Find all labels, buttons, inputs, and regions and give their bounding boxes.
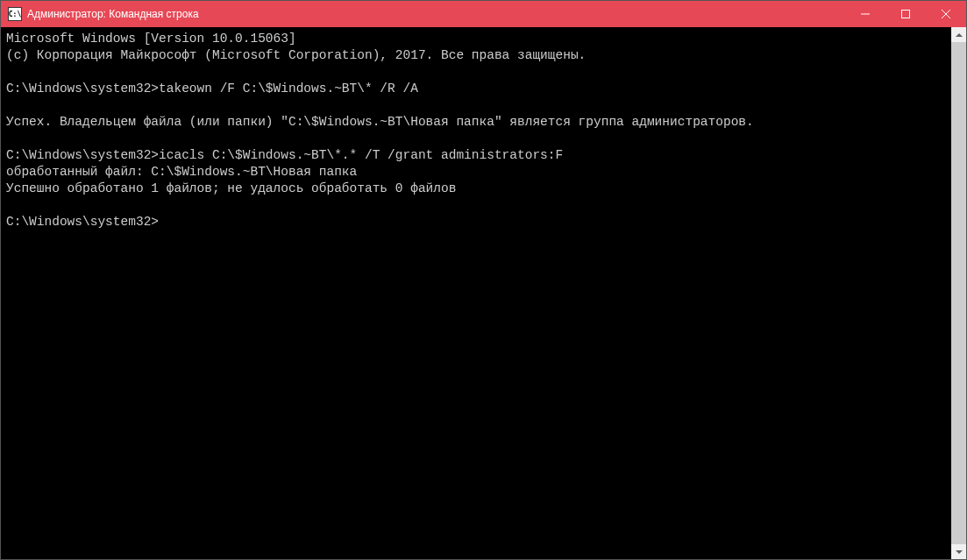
terminal-line: C:\Windows\system32>icacls C:\$Windows.~… bbox=[6, 147, 946, 164]
app-icon: C:\ bbox=[8, 7, 22, 21]
terminal-line: C:\Windows\system32>takeown /F C:\$Windo… bbox=[6, 81, 946, 97]
terminal-line bbox=[6, 97, 946, 114]
titlebar[interactable]: C:\ Администратор: Командная строка bbox=[1, 1, 966, 27]
terminal-line bbox=[6, 131, 946, 147]
minimize-button[interactable] bbox=[845, 1, 885, 27]
terminal-line bbox=[6, 197, 946, 214]
scrollbar-down-arrow[interactable] bbox=[951, 544, 966, 559]
vertical-scrollbar[interactable] bbox=[951, 27, 966, 559]
scrollbar-track[interactable] bbox=[951, 42, 966, 544]
svg-marker-5 bbox=[956, 550, 963, 554]
chevron-down-icon bbox=[956, 550, 963, 554]
scrollbar-up-arrow[interactable] bbox=[951, 27, 966, 42]
minimize-icon bbox=[861, 10, 870, 18]
content-area: Microsoft Windows [Version 10.0.15063](c… bbox=[1, 27, 966, 559]
svg-marker-4 bbox=[956, 33, 963, 37]
terminal-output[interactable]: Microsoft Windows [Version 10.0.15063](c… bbox=[1, 27, 951, 559]
window-controls bbox=[845, 1, 966, 27]
chevron-up-icon bbox=[956, 33, 963, 37]
app-icon-text: C:\ bbox=[9, 11, 21, 18]
terminal-line: обработанный файл: C:\$Windows.~BT\Новая… bbox=[6, 164, 946, 181]
terminal-line: Успешно обработано 1 файлов; не удалось … bbox=[6, 181, 946, 197]
maximize-icon bbox=[901, 10, 910, 18]
window-title: Администратор: Командная строка bbox=[27, 8, 845, 20]
terminal-line bbox=[6, 64, 946, 81]
terminal-line: Microsoft Windows [Version 10.0.15063] bbox=[6, 31, 946, 47]
terminal-line: Успех. Владельцем файла (или папки) "C:\… bbox=[6, 114, 946, 131]
close-icon bbox=[942, 10, 950, 18]
terminal-line: (c) Корпорация Майкрософт (Microsoft Cor… bbox=[6, 47, 946, 64]
close-button[interactable] bbox=[926, 1, 966, 27]
maximize-button[interactable] bbox=[885, 1, 926, 27]
svg-rect-1 bbox=[902, 11, 910, 18]
command-prompt-window: C:\ Администратор: Командная строка Micr… bbox=[0, 0, 967, 560]
terminal-line: C:\Windows\system32> bbox=[6, 214, 946, 230]
scrollbar-thumb[interactable] bbox=[951, 42, 966, 544]
